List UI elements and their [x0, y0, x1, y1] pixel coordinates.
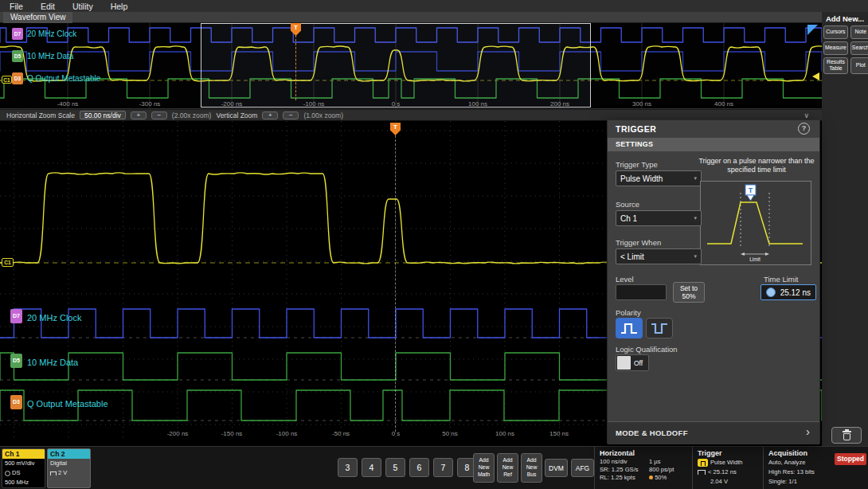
zoom-window[interactable]: [201, 23, 591, 108]
polarity-label: Polarity: [616, 308, 641, 317]
trigger-type-label: Trigger Type: [616, 160, 658, 169]
time-tick-label: -150 ns: [221, 430, 243, 437]
waveform-overview[interactable]: D720 MHz ClockD510 MHz DataD3Q Output Me…: [0, 23, 822, 109]
ch1-ground-marker[interactable]: C1: [2, 258, 14, 267]
settings-section-header: SETTINGS: [608, 138, 819, 151]
v-zoom-in-button[interactable]: +: [262, 111, 278, 119]
source-dropdown[interactable]: Ch 1 ▾: [616, 210, 702, 226]
channel-label: 10 MHz Data: [27, 358, 78, 367]
mode-holdoff-section[interactable]: MODE & HOLDOFF ›: [608, 421, 819, 444]
h-zoom-in-button[interactable]: +: [131, 111, 147, 119]
add-new-bus-button[interactable]: AddNewBus: [521, 453, 542, 483]
search-button[interactable]: Search: [850, 41, 868, 55]
measure-button[interactable]: Measure: [823, 41, 848, 55]
trigger-position-line: [395, 135, 396, 432]
acq-resolution: High Res: 13 bits: [768, 467, 832, 477]
h-scale: 100 ns/div: [600, 458, 649, 465]
collapse-chevron-icon[interactable]: ∨: [803, 111, 809, 119]
v-zoom-factor: (1.00x zoom): [303, 111, 343, 119]
horizontal-settings-block[interactable]: Horizontal 100 ns/div 1 µs SR: 1.25 GS/s…: [594, 447, 692, 489]
menu-utility[interactable]: Utility: [72, 2, 93, 11]
add-new-math-button[interactable]: AddNewMath: [473, 453, 495, 483]
v-zoom-out-button[interactable]: −: [283, 111, 299, 119]
chevron-down-icon: ▾: [694, 175, 697, 182]
channel-4-button[interactable]: 4: [362, 458, 381, 477]
digital-channel-badge-d5[interactable]: D5: [10, 354, 22, 368]
acq-single: Single: 1/1: [768, 477, 832, 487]
trigger-level-arrow-icon[interactable]: [812, 72, 819, 80]
ch1-scale: 500 mV/div: [2, 459, 45, 468]
add-new-button-grid: CursorsNoteMeasureSearchResults TablePlo…: [823, 25, 866, 74]
menubar: File Edit Utility Help: [0, 0, 868, 12]
trigger-level: 2.04 V: [710, 477, 728, 487]
digital-channel-badge-d3[interactable]: D3: [10, 395, 22, 409]
trigger-panel-header: TRIGGER ?: [608, 120, 819, 138]
trigger-position-line: [295, 35, 296, 100]
set-to-50-button[interactable]: Set to 50%: [673, 282, 705, 303]
h-resolution: 800 ps/pt: [649, 466, 689, 473]
ch1-badge[interactable]: Ch 1 500 mV/div DS 500 MHz: [2, 448, 45, 488]
trigger-title: Trigger: [698, 449, 763, 457]
button-line: Math: [478, 471, 490, 479]
trigger-type-dropdown[interactable]: Pulse Width ▾: [616, 170, 702, 186]
level-field[interactable]: [616, 284, 667, 300]
menu-help[interactable]: Help: [111, 2, 128, 11]
ch2-badge[interactable]: Ch 2 Digital 2 V: [47, 448, 91, 488]
results-table-button[interactable]: Results Table: [823, 57, 848, 74]
channel-6-button[interactable]: 6: [409, 458, 429, 477]
time-tick-label: -400 ns: [57, 100, 79, 108]
logic-qualification-toggle[interactable]: Off: [616, 354, 649, 371]
menu-edit[interactable]: Edit: [41, 2, 55, 11]
button-line: Add: [479, 457, 488, 464]
time-tick-label: -50 ns: [332, 430, 350, 437]
ch1-title: Ch 1: [2, 449, 45, 459]
right-gutter: Add New... CursorsNoteMeasureSearchResul…: [822, 12, 868, 446]
plot-button[interactable]: Plot: [850, 57, 868, 74]
h-zoom-scale-value[interactable]: 50.00 ns/div: [80, 111, 126, 119]
channel-label: Q Output Metastable: [27, 74, 100, 83]
digital-channel-badge-d3[interactable]: D3: [12, 72, 23, 84]
set-to-line2: 50%: [674, 292, 704, 300]
positive-pulse-icon: [620, 322, 639, 335]
waveform-view-tab[interactable]: Waveform View: [3, 12, 72, 23]
negative-pulse-icon: [650, 322, 669, 335]
digital-channel-badge-d7[interactable]: D7: [10, 309, 22, 323]
note-button[interactable]: Note: [850, 25, 868, 39]
acquisition-block[interactable]: Acquisition Auto, Analyze High Res: 13 b…: [763, 447, 832, 489]
h-zoom-out-button[interactable]: −: [151, 111, 167, 119]
trash-button[interactable]: [831, 427, 862, 444]
time-tick-label: -200 ns: [221, 100, 243, 108]
ch1-ground-marker[interactable]: C1: [2, 76, 12, 84]
toggle-state-label: Off: [634, 359, 643, 367]
help-icon[interactable]: ?: [798, 123, 810, 135]
digital-channel-badge-d5[interactable]: D5: [12, 50, 23, 62]
button-line: Ref: [503, 471, 512, 479]
afg-button[interactable]: AFG: [571, 459, 594, 477]
trigger-when-dropdown[interactable]: < Limit ▾: [616, 248, 702, 264]
dvm-button[interactable]: DVM: [545, 459, 568, 477]
time-tick-label: 200 ns: [550, 100, 569, 108]
trigger-when-label: Trigger When: [616, 238, 661, 247]
trigger-status-block[interactable]: Trigger Pulse Width < 25.12 ns 2.04 V: [692, 447, 763, 489]
pulse-diagram-graphic: T Limit: [701, 182, 811, 264]
ch1-probe: DS: [12, 468, 20, 478]
digital-channel-badge-d7[interactable]: D7: [12, 28, 23, 40]
time-tick-label: 50 ns: [442, 430, 458, 437]
button-line: Add: [526, 457, 536, 464]
add-new-ref-button[interactable]: AddNewRef: [497, 453, 518, 483]
channel-5-button[interactable]: 5: [385, 458, 405, 477]
time-limit-field[interactable]: 25.12 ns: [760, 284, 816, 300]
polarity-negative-button[interactable]: [646, 318, 673, 338]
cursors-button[interactable]: Cursors: [823, 25, 848, 39]
svg-text:T: T: [749, 186, 753, 194]
chevron-down-icon: ▾: [694, 253, 697, 260]
channel-7-button[interactable]: 7: [433, 458, 453, 477]
zoom-corner-icon[interactable]: [807, 25, 818, 35]
pulse-limit-icon: [698, 470, 706, 475]
run-state-badge[interactable]: Stopped: [835, 453, 866, 465]
menu-file[interactable]: File: [10, 2, 23, 11]
time-limit-label: Time Limit: [764, 275, 798, 284]
channel-3-button[interactable]: 3: [338, 458, 358, 477]
add-new-source-buttons: AddNewMathAddNewRefAddNewBus: [473, 453, 542, 483]
polarity-positive-button[interactable]: [616, 318, 643, 338]
